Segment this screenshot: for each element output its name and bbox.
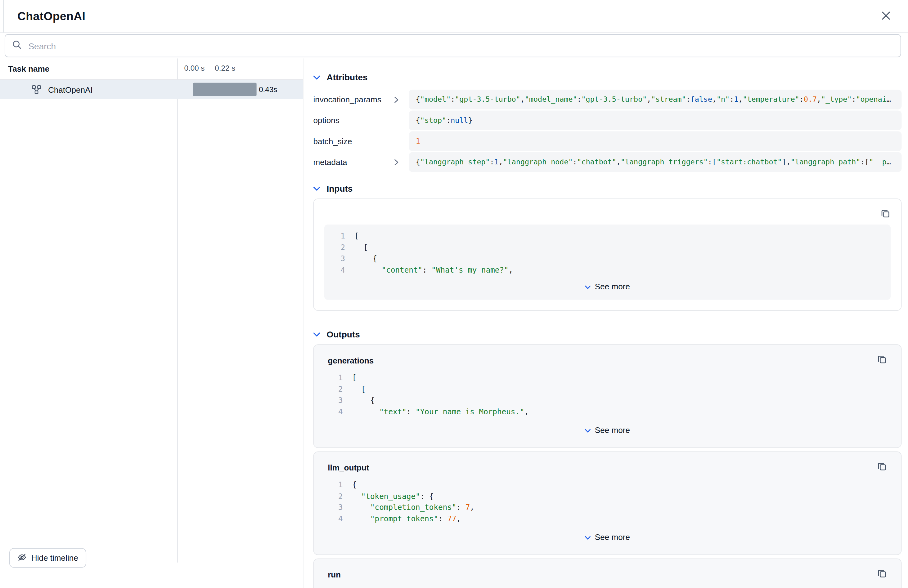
see-more-button[interactable]: See more xyxy=(314,417,901,443)
attribute-row: options {"stop":null} xyxy=(314,111,902,130)
code-text: { xyxy=(343,479,357,490)
chevron-down-icon[interactable] xyxy=(314,329,320,339)
attribute-row: invocation_params {"model":"gpt-3.5-turb… xyxy=(314,90,902,109)
outputs-section-title: Outputs xyxy=(327,329,360,339)
search-box[interactable] xyxy=(5,34,901,57)
attribute-value: {"stop":null} xyxy=(409,111,902,130)
copy-icon xyxy=(880,208,890,220)
line-number: 1 xyxy=(314,479,343,490)
chevron-right-icon[interactable] xyxy=(394,96,409,103)
chevron-down-icon xyxy=(585,426,591,435)
see-more-label: See more xyxy=(595,532,630,542)
see-more-button[interactable]: See more xyxy=(314,524,901,550)
attributes-section-header[interactable]: Attributes xyxy=(314,71,902,83)
code-text: { xyxy=(345,253,377,264)
attribute-row: metadata {"langgraph_step":1,"langgraph_… xyxy=(314,152,902,172)
code-line: 4 "text": "Your name is Morpheus.", xyxy=(314,406,901,417)
run-card-header: run xyxy=(314,559,901,580)
task-label: ChatOpenAI xyxy=(48,85,93,94)
scale-wrapper: ChatOpenAI Task name 0.00 s 0.22 s xyxy=(0,0,908,588)
inputs-code-block: 1 [ 2 [ 3 { 4 "content": "What's my na xyxy=(324,225,890,300)
hide-timeline-button[interactable]: Hide timeline xyxy=(9,548,86,567)
header-left-divider xyxy=(3,0,4,32)
see-more-label: See more xyxy=(595,426,630,435)
main-split: Task name 0.00 s 0.22 s ChatOpenAI 0.43s xyxy=(0,58,908,588)
line-number: 3 xyxy=(314,502,343,513)
line-number: 1 xyxy=(324,230,345,242)
copy-icon xyxy=(877,461,887,473)
see-more-button[interactable]: See more xyxy=(324,275,890,297)
line-number: 1 xyxy=(314,372,343,383)
timeline-panel-header: Task name 0.00 s 0.22 s xyxy=(0,58,303,80)
line-number: 4 xyxy=(314,406,343,417)
copy-button[interactable] xyxy=(877,354,887,366)
chevron-down-icon xyxy=(585,282,591,291)
attribute-key: batch_size xyxy=(314,137,394,146)
chevron-down-icon[interactable] xyxy=(314,72,320,82)
timeline-gridline xyxy=(177,58,178,562)
code-line: 3 { xyxy=(324,253,890,264)
code-line: 1 { xyxy=(314,479,901,490)
inputs-card: 1 [ 2 [ 3 { 4 "content": "What's my na xyxy=(314,199,902,311)
attribute-value: {"langgraph_step":1,"langgraph_node":"ch… xyxy=(409,152,902,172)
code-text: "content": "What's my name?", xyxy=(345,264,513,275)
trace-detail-window: ChatOpenAI Task name 0.00 s 0.22 s xyxy=(0,0,908,588)
search-input[interactable] xyxy=(27,40,894,51)
see-more-label: See more xyxy=(595,282,630,291)
task-row[interactable]: ChatOpenAI 0.43s xyxy=(0,80,303,99)
timeline-panel: Task name 0.00 s 0.22 s ChatOpenAI 0.43s xyxy=(0,58,304,588)
code-line: 4 "content": "What's my name?", xyxy=(324,264,890,275)
inputs-section-title: Inputs xyxy=(327,183,353,193)
code-line: 1 [ xyxy=(324,230,890,242)
workflow-icon xyxy=(32,85,41,94)
code-text: "text": "Your name is Morpheus.", xyxy=(343,406,529,417)
line-number: 3 xyxy=(314,395,343,406)
attribute-key: options xyxy=(314,116,394,125)
timeline-tick-1: 0.22 s xyxy=(215,64,235,72)
output-block-title: run xyxy=(328,570,341,579)
attributes-section-title: Attributes xyxy=(327,72,367,82)
duration-value: 0.43s xyxy=(259,85,277,94)
line-number: 2 xyxy=(324,242,345,253)
attribute-key: metadata xyxy=(314,157,394,167)
close-icon xyxy=(881,11,890,22)
attribute-row: batch_size 1 xyxy=(314,132,902,151)
copy-icon xyxy=(877,568,887,580)
search-icon xyxy=(12,40,21,51)
attribute-value: {"model":"gpt-3.5-turbo","model_name":"g… xyxy=(409,90,902,109)
llm-output-card-header: llm_output xyxy=(314,452,901,473)
attributes-table: invocation_params {"model":"gpt-3.5-turb… xyxy=(314,90,902,172)
code-text: [ xyxy=(345,230,359,242)
timeline-tick-0: 0.00 s xyxy=(184,64,204,72)
line-number: 3 xyxy=(324,253,345,264)
line-number: 4 xyxy=(324,264,345,275)
chevron-right-icon[interactable] xyxy=(394,159,409,165)
chevron-down-icon[interactable] xyxy=(314,183,320,193)
duration-bar xyxy=(193,83,256,96)
code-line: 3 "completion_tokens": 7, xyxy=(314,502,901,513)
attribute-value: 1 xyxy=(409,132,902,151)
output-block-title: generations xyxy=(328,356,374,365)
code-line: 4 "prompt_tokens": 77, xyxy=(314,513,901,524)
inputs-section-header[interactable]: Inputs xyxy=(314,182,902,194)
generations-card: generations 1 [ 2 [ xyxy=(314,344,902,448)
chevron-down-icon xyxy=(585,532,591,542)
close-button[interactable] xyxy=(879,8,893,24)
copy-button[interactable] xyxy=(880,208,890,220)
line-number: 2 xyxy=(314,490,343,501)
run-card: run xyxy=(314,559,902,588)
eye-off-icon xyxy=(18,552,27,563)
attribute-key: invocation_params xyxy=(314,95,394,104)
code-text: [ xyxy=(345,242,368,253)
copy-button[interactable] xyxy=(877,461,887,473)
llm-output-code: 1 { 2 "token_usage": { 3 "completion_tok… xyxy=(314,479,901,524)
copy-button[interactable] xyxy=(877,568,887,580)
hide-timeline-label: Hide timeline xyxy=(31,553,78,562)
code-line: 2 [ xyxy=(314,383,901,395)
outputs-section-header[interactable]: Outputs xyxy=(314,328,902,340)
code-line: 3 { xyxy=(314,395,901,406)
window-header: ChatOpenAI xyxy=(0,0,908,33)
generations-code: 1 [ 2 [ 3 { 4 "text": "Your name is Mo xyxy=(314,372,901,418)
code-text: "prompt_tokens": 77, xyxy=(343,513,461,524)
task-name-column-header: Task name xyxy=(8,64,49,74)
